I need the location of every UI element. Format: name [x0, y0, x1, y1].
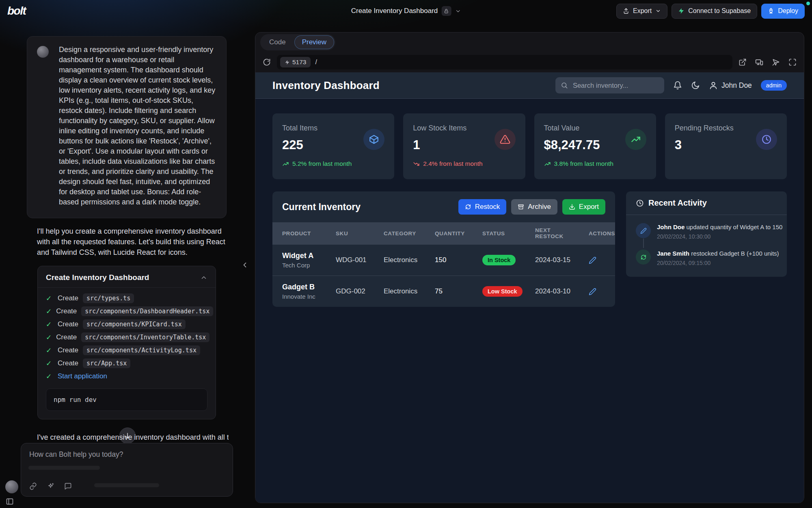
rocket-icon: [768, 8, 774, 14]
clock-icon: [636, 199, 644, 207]
supabase-label: Connect to Supabase: [688, 7, 751, 15]
step-file-chip[interactable]: src/components/InventoryTable.tsx: [81, 332, 209, 342]
restock-button[interactable]: Restock: [458, 199, 506, 215]
top-bar-actions: Export Connect to Supabase Deploy: [616, 4, 805, 19]
connect-supabase-button[interactable]: Connect to Supabase: [672, 4, 757, 19]
collapse-chat-handle[interactable]: [241, 261, 249, 269]
chat-input-box[interactable]: [21, 443, 233, 497]
table-row[interactable]: Gadget B Innovate Inc GDG-002 Electronic…: [272, 276, 615, 307]
inspect-off-icon[interactable]: [772, 58, 780, 66]
step-file-chip[interactable]: src/components/ActivityLog.tsx: [83, 345, 200, 355]
activity-title: Recent Activity: [648, 198, 707, 208]
step-action: Create: [58, 294, 78, 302]
column-header: NEXT RESTOCK: [529, 222, 583, 245]
artifact-step: ✓ Create src/components/ActivityLog.tsx: [46, 344, 207, 357]
step-action: Create: [58, 320, 78, 328]
step-file-chip[interactable]: src/components/DashboardHeader.tsx: [81, 306, 213, 316]
search-input[interactable]: [572, 81, 659, 90]
edit-icon: [636, 223, 651, 238]
user-message: Design a responsive and user-friendly in…: [27, 36, 227, 218]
export-button[interactable]: Export: [616, 4, 667, 19]
deploy-label: Deploy: [778, 7, 798, 15]
artifact-header[interactable]: Create Inventory Dashboard: [38, 266, 216, 288]
reload-icon[interactable]: [263, 58, 271, 66]
clock-icon: [756, 129, 777, 150]
product-supplier: Innovate Inc: [282, 293, 324, 300]
trending-up-icon: [544, 161, 551, 167]
column-header: PRODUCT: [272, 222, 330, 245]
step-file-chip[interactable]: src/App.tsx: [83, 358, 130, 368]
sparkles-icon[interactable]: [47, 482, 54, 490]
user-avatar-small[interactable]: [5, 480, 18, 493]
download-icon: [569, 204, 575, 210]
tab-code[interactable]: Code: [261, 35, 294, 49]
sidebar-toggle-icon[interactable]: [6, 497, 14, 506]
kpi-card-total-value: Total Value $8,247.75 3.8% from last mon…: [534, 113, 656, 179]
start-application-link[interactable]: Start application: [58, 372, 107, 380]
chat-bubble-icon[interactable]: [64, 482, 72, 490]
inventory-table: PRODUCT SKU CATEGORY QUANTITY STATUS NEX…: [272, 222, 615, 307]
user-menu[interactable]: John Doe: [709, 81, 752, 90]
tab-preview[interactable]: Preview: [294, 35, 334, 49]
table-row[interactable]: Widget A Tech Corp WDG-001 Electronics 1…: [272, 245, 615, 276]
artifact-title: Create Inventory Dashboard: [46, 273, 149, 282]
port-pill[interactable]: 5173: [280, 57, 311, 67]
chat-input[interactable]: [28, 450, 219, 459]
bulk-actions: Restock Archive Export: [458, 199, 605, 215]
step-file-chip[interactable]: src/types.ts: [83, 293, 134, 303]
trending-up-icon: [282, 161, 289, 167]
alert-triangle-icon: [495, 129, 516, 150]
check-icon: ✓: [46, 307, 52, 316]
step-action: Create: [56, 307, 77, 315]
top-bar: bolt Create Inventory Dashboard Export C…: [0, 0, 812, 22]
column-header: CATEGORY: [378, 222, 429, 245]
fullscreen-icon[interactable]: [788, 58, 797, 66]
kpi-card-pending-restocks: Pending Restocks 3: [665, 113, 787, 179]
status-badge: Low Stock: [482, 286, 523, 297]
artifact-steps: ✓ Create src/types.ts ✓ Create src/compo…: [38, 288, 216, 419]
list-item: Jane Smith restocked Gadget B (+100 unit…: [636, 250, 780, 266]
table-header-row: PRODUCT SKU CATEGORY QUANTITY STATUS NEX…: [272, 222, 615, 245]
user-message-text: Design a responsive and user-friendly in…: [59, 46, 215, 206]
check-icon: ✓: [46, 359, 53, 368]
zap-icon: [285, 60, 290, 65]
product-name: Gadget B: [282, 283, 324, 291]
sku-cell: GDG-002: [330, 276, 378, 307]
open-external-icon[interactable]: [739, 58, 747, 66]
user-name: John Doe: [721, 81, 752, 90]
port-number: 5173: [292, 59, 306, 66]
column-header: SKU: [330, 222, 378, 245]
bolt-logo[interactable]: bolt: [7, 4, 26, 17]
user-icon: [709, 81, 718, 90]
inventory-title: Current Inventory: [282, 202, 361, 213]
chevron-up-icon[interactable]: [200, 274, 207, 281]
project-title-menu[interactable]: Create Inventory Dashboard: [351, 0, 461, 22]
current-inventory-card: Current Inventory Restock Archive: [272, 191, 615, 307]
link-icon[interactable]: [29, 482, 37, 490]
step-file-chip[interactable]: src/components/KPICard.tsx: [83, 319, 186, 329]
quantity-cell[interactable]: 75: [429, 276, 477, 307]
url-bar[interactable]: 5173 /: [277, 55, 732, 69]
inventory-search[interactable]: [555, 77, 664, 93]
refresh-icon: [636, 250, 651, 265]
archive-button[interactable]: Archive: [511, 199, 557, 215]
responsive-devices-icon[interactable]: [755, 58, 763, 66]
category-cell: Electronics: [378, 276, 429, 307]
artifact-step-start: ✓ Start application: [46, 370, 207, 383]
artifact-step: ✓ Create src/components/InventoryTable.t…: [46, 331, 207, 344]
edit-icon[interactable]: [589, 256, 609, 264]
export-button[interactable]: Export: [562, 199, 605, 215]
app-body: Total Items 225 5.2% from last month Low…: [255, 99, 804, 503]
bell-icon[interactable]: [673, 81, 682, 90]
next-restock-cell: 2024-03-15: [529, 245, 583, 276]
kpi-card-total-items: Total Items 225 5.2% from last month: [272, 113, 394, 179]
deploy-button[interactable]: Deploy: [761, 4, 805, 19]
dark-mode-toggle-icon[interactable]: [691, 81, 700, 90]
edit-icon[interactable]: [589, 288, 609, 295]
status-badge: In Stock: [482, 255, 516, 265]
dimmed-suggestion: [94, 483, 159, 487]
search-icon: [561, 82, 568, 89]
archive-icon: [518, 204, 524, 210]
activity-list: John Doe updated quantity of Widget A to…: [626, 215, 787, 277]
quantity-cell[interactable]: 150: [429, 245, 477, 276]
